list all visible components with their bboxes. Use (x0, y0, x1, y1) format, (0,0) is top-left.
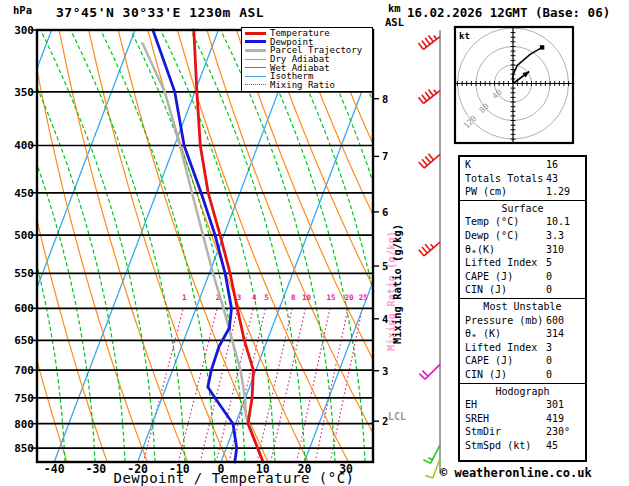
km-tick-label: 3 (382, 365, 388, 377)
mixing-ratio-value-label: 8 (291, 293, 296, 302)
table-row: Dewp (°C)3.3 (460, 229, 585, 243)
mixing-ratio-value-label: 10 (302, 293, 312, 302)
table-row-value: 0 (546, 283, 552, 297)
km-tick-label: 8 (382, 93, 388, 105)
pressure-tick-label: 500 (14, 229, 34, 242)
altitude-axis-unit-km: km (388, 2, 401, 14)
table-row-label: CIN (J) (465, 368, 507, 382)
table-row-label: Lifted Index (465, 341, 537, 355)
mixing-ratio-value-label: 3 (237, 293, 242, 302)
table-row: K16 (460, 158, 585, 172)
legend-line-sample (245, 67, 266, 68)
table-row-label: PW (cm) (465, 185, 507, 199)
temp-tick-label: -40 (44, 462, 65, 476)
wind-barb (419, 154, 440, 168)
wind-barb (419, 90, 441, 104)
table-row: Lifted Index3 (460, 341, 585, 355)
table-row: CIN (J)0 (460, 368, 585, 382)
table-row: CAPE (J)0 (460, 270, 585, 284)
hodograph-trace-end-marker (540, 45, 544, 49)
pressure-tick-label: 450 (14, 187, 34, 200)
table-section: K16Totals Totals43PW (cm)1.29 (460, 157, 585, 200)
table-row-value: 0 (546, 270, 552, 284)
legend-line-sample (245, 40, 266, 43)
skewt-sounding-page: 3003504004505005506006507007508008501234… (0, 0, 629, 486)
copyright: © weatheronline.co.uk (440, 466, 592, 480)
table-row-label: EH (465, 398, 477, 412)
hodograph-trace (513, 47, 542, 83)
table-section-header: Surface (460, 202, 585, 216)
station-title: 37°45'N 30°33'E 1230m ASL (56, 5, 264, 20)
pressure-axis-unit: hPa (13, 4, 32, 16)
hodograph-ring-label: 80 (478, 102, 491, 115)
table-row-label: Totals Totals (465, 172, 543, 186)
table-row-label: Dewp (°C) (465, 229, 519, 243)
legend-line-sample (245, 59, 266, 60)
table-row-value: 419 (546, 412, 564, 426)
table-row-label: Pressure (mb) (465, 314, 543, 328)
mixing-ratio-line (257, 308, 292, 462)
table-row: SREH419 (460, 412, 585, 426)
mixing-ratio-line (330, 308, 362, 462)
table-row: StmDir230° (460, 425, 585, 439)
hodograph: 4080120kt (455, 27, 573, 143)
table-row-label: CAPE (J) (465, 270, 513, 284)
table-row: Pressure (mb)600 (460, 314, 585, 328)
table-row-label: Temp (°C) (465, 215, 519, 229)
table-row-value: 230° (546, 425, 570, 439)
mixing-axis-label: Mixing Ratio (g/kg) (391, 224, 403, 344)
table-row-label: SREH (465, 412, 489, 426)
table-section: HodographEH301SREH419StmDir230°StmSpd (k… (460, 383, 585, 454)
wind-barb (419, 35, 441, 49)
mixing-ratio-value-label: 15 (326, 293, 335, 302)
pressure-tick-label: 750 (14, 392, 34, 405)
curve-parcel-trajectory (143, 43, 264, 462)
table-row-label: θₑ (K) (465, 327, 501, 341)
km-tick-label: 6 (382, 206, 388, 218)
km-tick-label: 7 (382, 150, 388, 162)
wind-barb (423, 445, 440, 464)
mixing-ratio-value-label: 4 (252, 293, 257, 302)
altitude-axis-unit-asl: ASL (385, 16, 404, 28)
hodograph-ring-label: 120 (462, 114, 479, 131)
legend-row: Mixing Ratio (242, 81, 372, 90)
mixing-ratio-line (143, 308, 183, 462)
table-row-label: θₑ(K) (465, 243, 495, 257)
legend-line-sample (245, 32, 266, 35)
mixing-ratio-line (200, 308, 238, 462)
pressure-tick-label: 800 (14, 418, 34, 431)
pressure-tick-label: 300 (14, 24, 34, 37)
table-row-label: K (465, 158, 471, 172)
table-row-label: CAPE (J) (465, 354, 513, 368)
pressure-tick-label: 650 (14, 334, 34, 347)
table-row: PW (cm)1.29 (460, 185, 585, 199)
table-row: Temp (°C)10.1 (460, 215, 585, 229)
mixing-ratio-line (271, 308, 306, 462)
table-row-value: 1.29 (546, 185, 570, 199)
pressure-tick-label: 850 (14, 442, 34, 455)
mixing-ratio-value-label: 25 (359, 293, 368, 302)
run-datetime: 16.02.2026 12GMT (Base: 06) (407, 5, 610, 20)
pressure-tick-label: 350 (14, 86, 34, 99)
table-row-value: 3 (546, 341, 552, 355)
x-axis-title: Dewpoint / Temperature (°C) (108, 470, 360, 486)
table-row-value: 314 (546, 327, 564, 341)
wind-barb (419, 364, 440, 379)
legend-line-sample (245, 76, 266, 77)
table-row-value: 16 (546, 158, 558, 172)
table-section-header: Most Unstable (460, 300, 585, 314)
hodograph-unit-label: kt (459, 31, 470, 41)
pressure-tick-label: 400 (14, 139, 34, 152)
table-row: StmSpd (kt)45 (460, 439, 585, 453)
table-row: CAPE (J)0 (460, 354, 585, 368)
table-row-value: 0 (546, 368, 552, 382)
table-row-label: CIN (J) (465, 283, 507, 297)
table-row-value: 301 (546, 398, 564, 412)
mixing-ratio-value-label: 1 (182, 293, 187, 302)
mixing-ratio-value-label: 20 (344, 293, 354, 302)
legend-label: Dry Adiabat (270, 55, 330, 63)
table-row: θₑ(K)310 (460, 243, 585, 257)
table-row-value: 3.3 (546, 229, 564, 243)
table-section: Most UnstablePressure (mb)600θₑ (K)314Li… (460, 298, 585, 383)
legend-line-sample (245, 84, 266, 85)
